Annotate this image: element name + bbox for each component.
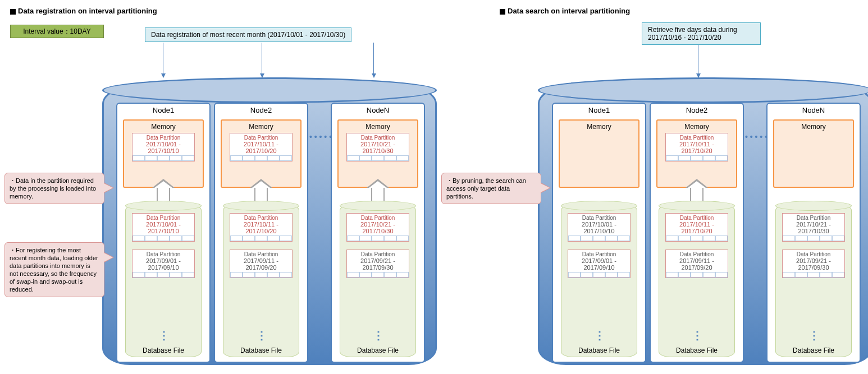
mem-partition: Data Partition2017/10/11 - 2017/10/20 [230, 133, 293, 161]
db-partition: Data Partition2017/09/01 - 2017/09/10 [132, 250, 195, 278]
memory-label: Memory [124, 123, 203, 131]
callout-swap: ・For registering the most recent month d… [4, 242, 104, 297]
db-file-label: Database File [561, 347, 637, 354]
database-file: Data Partition2017/10/11 - 2017/10/20 Da… [223, 205, 299, 357]
vdots-icon: ⋮ [373, 329, 383, 342]
node-label: NodeN [768, 104, 860, 116]
node-2: Node2 Memory Data Partition2017/10/11 - … [650, 103, 744, 363]
memory-box: Memory [773, 119, 854, 188]
node-label: Node2 [651, 104, 743, 116]
db-partition: Data Partition2017/10/21 - 2017/10/30 [782, 213, 845, 242]
vdots-icon: ⋮ [594, 329, 605, 342]
node-label: Node2 [215, 104, 307, 116]
db-partition: Data Partition2017/09/21 - 2017/09/30 [346, 250, 409, 278]
title-left: Data registration on interval partitioni… [10, 7, 157, 15]
database-file: Data Partition2017/10/11 - 2017/10/20 Da… [659, 205, 735, 357]
topbox-right: Retrieve five days data during 2017/10/1… [642, 22, 761, 45]
memory-label: Memory [339, 123, 417, 131]
database-file: Data Partition2017/10/01 - 2017/10/10 Da… [561, 205, 637, 357]
node-n: NodeN Memory Data Partition2017/10/21 - … [331, 103, 425, 363]
hdots-icon: • • • • • [309, 132, 332, 141]
memory-label: Memory [774, 123, 853, 131]
db-file-label: Database File [776, 347, 851, 354]
node-n: NodeN Memory Data Partition2017/10/21 - … [766, 103, 861, 363]
memory-box: Memory Data Partition2017/10/11 - 2017/1… [656, 119, 737, 188]
memory-box: Memory Data Partition2017/10/21 - 2017/1… [337, 119, 418, 188]
arrow-down-icon [373, 43, 374, 77]
memory-label: Memory [657, 123, 736, 131]
arrow-down-icon [163, 43, 163, 77]
db-partition: Data Partition2017/09/11 - 2017/09/20 [665, 250, 728, 278]
vdots-icon: ⋮ [692, 329, 702, 342]
vdots-icon: ⋮ [808, 329, 819, 342]
db-partition: Data Partition2017/10/11 - 2017/10/20 [230, 213, 293, 242]
callout-pruning: ・By pruning, the search can access only … [441, 173, 541, 204]
interval-badge: Interval value：10DAY [10, 25, 104, 38]
db-partition: Data Partition2017/10/21 - 2017/10/30 [346, 213, 409, 242]
vdots-icon: ⋮ [158, 329, 169, 342]
arrow-down-icon [262, 43, 262, 77]
mem-partition: Data Partition 2017/10/01 - 2017/10/10 [132, 133, 195, 161]
callout-memory-load: ・Data in the partition required by the p… [4, 173, 104, 204]
hdots-icon: • • • • • [745, 132, 768, 141]
database-file: Data Partition2017/10/21 - 2017/10/30 Da… [340, 205, 416, 357]
node-2: Node2 Memory Data Partition2017/10/11 - … [214, 103, 308, 363]
memory-label: Memory [560, 123, 638, 131]
db-partition: Data Partition2017/09/11 - 2017/09/20 [230, 250, 293, 278]
memory-label: Memory [222, 123, 300, 131]
title-right: Data search on interval partitioning [500, 7, 630, 15]
cluster-right: Node1 Memory Data Partition2017/10/01 - … [538, 87, 868, 365]
node-1: Node1 Memory Data Partition2017/10/01 - … [552, 103, 646, 363]
db-file-label: Database File [126, 347, 201, 354]
memory-box: Memory Data Partition 2017/10/01 - 2017/… [123, 119, 204, 188]
node-1: Node1 Memory Data Partition 2017/10/01 -… [116, 103, 211, 363]
node-label: Node1 [117, 104, 209, 116]
database-file: Data Partition2017/10/01 - 2017/10/10 Da… [125, 205, 202, 357]
node-label: NodeN [332, 104, 424, 116]
db-file-label: Database File [659, 347, 734, 354]
db-partition: Data Partition2017/10/11 - 2017/10/20 [665, 213, 728, 242]
db-partition: Data Partition2017/09/21 - 2017/09/30 [782, 250, 845, 278]
db-partition: Data Partition2017/09/01 - 2017/09/10 [568, 250, 631, 278]
memory-box: Memory Data Partition2017/10/11 - 2017/1… [221, 119, 301, 188]
db-file-label: Database File [223, 347, 299, 354]
db-file-label: Database File [340, 347, 415, 354]
cluster-left: Node1 Memory Data Partition 2017/10/01 -… [102, 87, 437, 365]
mem-partition: Data Partition2017/10/11 - 2017/10/20 [665, 133, 728, 161]
db-partition: Data Partition2017/10/01 - 2017/10/10 [132, 213, 195, 242]
database-file: Data Partition2017/10/21 - 2017/10/30 Da… [775, 205, 852, 357]
node-label: Node1 [553, 104, 645, 116]
memory-box: Memory [559, 119, 639, 188]
arrow-down-icon [698, 45, 698, 77]
topbox-left: Data registration of most recent month (… [145, 27, 351, 42]
mem-partition: Data Partition2017/10/21 - 2017/10/30 [346, 133, 409, 161]
vdots-icon: ⋮ [256, 329, 267, 342]
db-partition: Data Partition2017/10/01 - 2017/10/10 [568, 213, 631, 242]
